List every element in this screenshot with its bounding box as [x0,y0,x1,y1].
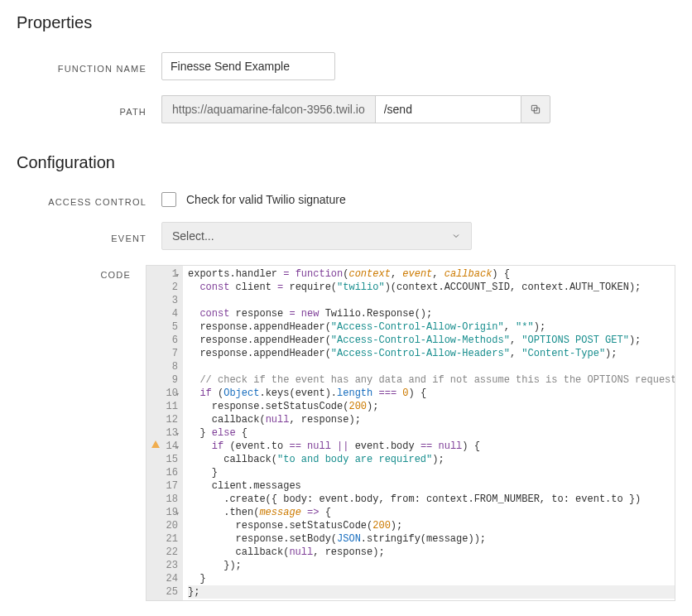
code-row: CODE 1▾2345678910▾111213▾14▾1516171819▾2… [17,265,675,601]
function-name-row: FUNCTION NAME [17,52,675,80]
copy-icon [530,103,541,115]
code-gutter: 1▾2345678910▾111213▾14▾1516171819▾202122… [147,266,183,600]
function-name-label: FUNCTION NAME [17,59,161,74]
access-control-text: Check for valid Twilio signature [186,193,346,206]
copy-path-button[interactable] [521,95,550,123]
function-name-input[interactable] [161,52,335,80]
path-base-url: https://aquamarine-falcon-3956.twil.io [161,95,375,123]
event-row: EVENT Select... [17,222,675,250]
path-row: PATH https://aquamarine-falcon-3956.twil… [17,95,675,123]
event-select-placeholder: Select... [172,229,214,243]
path-label: PATH [17,102,161,117]
event-label: EVENT [17,229,161,243]
access-control-label: ACCESS CONTROL [17,192,161,207]
code-editor[interactable]: 1▾2345678910▾111213▾14▾1516171819▾202122… [146,265,675,601]
code-label: CODE [17,265,146,280]
access-control-checkbox[interactable] [161,192,176,207]
properties-heading: Properties [17,13,675,32]
access-control-row: ACCESS CONTROL Check for valid Twilio si… [17,192,675,207]
code-body[interactable]: exports.handler = function(context, even… [183,266,675,600]
path-input[interactable] [375,95,521,123]
chevron-down-icon [451,231,461,241]
configuration-heading: Configuration [17,153,675,172]
event-select[interactable]: Select... [161,222,472,250]
